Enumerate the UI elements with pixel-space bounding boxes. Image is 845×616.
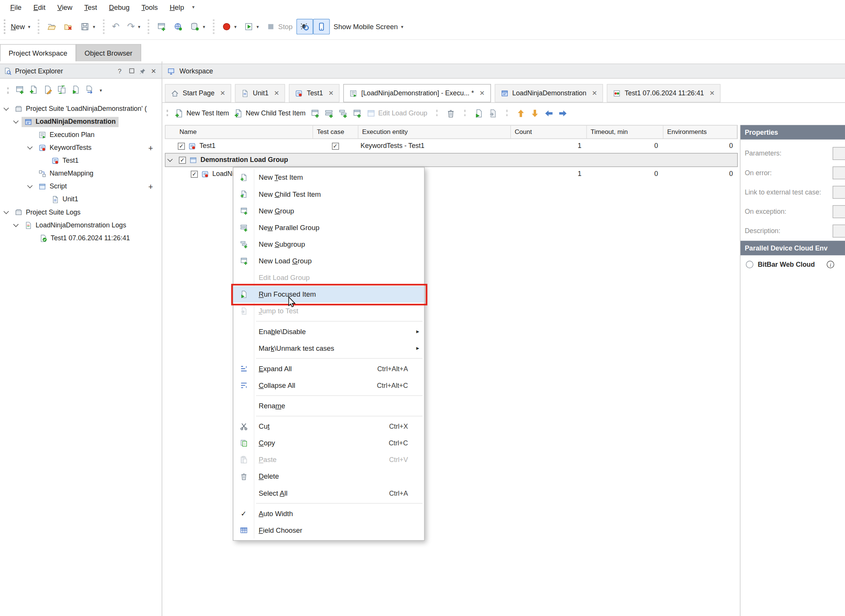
new-subgroup-button[interactable]	[338, 109, 348, 118]
row-checkbox[interactable]: ✓	[178, 143, 185, 150]
menu-item-auto-width[interactable]: ✓ Auto Width	[233, 505, 424, 522]
new-child-test-item-button[interactable]: New Child Test Item	[234, 109, 306, 118]
menu-item-edit-load-group[interactable]: Edit Load Group	[233, 269, 424, 286]
description-control[interactable]	[833, 225, 845, 238]
menu-item-select-all[interactable]: Select All Ctrl+A	[233, 485, 424, 501]
tree-item-test1-log[interactable]: Test1 07.06.2024 11:26:41	[0, 232, 162, 244]
menu-overflow-chevron-icon[interactable]: ▾	[192, 4, 195, 9]
column-header-name[interactable]: Name	[165, 126, 313, 138]
tree-item-project-suite-logs[interactable]: Project Suite Logs	[0, 206, 162, 219]
menu-edit[interactable]: Edit	[28, 2, 51, 13]
menu-item-jump-to-test[interactable]: Jump to Test	[233, 303, 424, 319]
test-case-checkbox[interactable]: ✓	[332, 143, 339, 150]
move-down-button[interactable]	[530, 109, 539, 118]
toolbar-drag-handle[interactable]	[4, 19, 5, 34]
menu-item-rename[interactable]: Rename	[233, 398, 424, 414]
chevron-down-icon[interactable]	[27, 183, 33, 188]
tree-item-namemapping[interactable]: NameMapping	[0, 167, 162, 180]
save-all-button[interactable]: ▾	[77, 19, 99, 34]
menu-item-mark-unmark-test-cases[interactable]: Mark\Unmark test cases ▸	[233, 340, 424, 356]
on-exception-control[interactable]	[833, 205, 845, 218]
chevron-down-icon[interactable]: ▾	[100, 88, 102, 93]
open-project-button[interactable]	[43, 19, 60, 34]
doc-tab-test1[interactable]: Test1 ✕	[289, 84, 340, 102]
record-button[interactable]: ▾	[218, 19, 240, 34]
menu-tools[interactable]: Tools	[136, 2, 164, 13]
link-external-control[interactable]	[833, 186, 845, 199]
float-icon[interactable]	[127, 67, 136, 76]
close-icon[interactable]: ✕	[592, 89, 597, 97]
menu-debug[interactable]: Debug	[103, 2, 136, 13]
menu-item-cut[interactable]: Cut Ctrl+X	[233, 418, 424, 435]
new-load-group-button[interactable]	[352, 109, 362, 118]
export-button[interactable]	[85, 85, 94, 96]
doc-tab-start-page[interactable]: Start Page ✕	[165, 84, 231, 102]
doc-tab-execution-plan[interactable]: [LoadNinjaDemonstration] - Execu... * ✕	[343, 84, 491, 102]
edit-item-button[interactable]	[43, 85, 52, 96]
new-test-item-button[interactable]: New Test Item	[175, 109, 229, 118]
parameters-control[interactable]	[833, 147, 845, 160]
menu-item-field-chooser[interactable]: Field Chooser	[233, 522, 424, 538]
close-icon[interactable]: ✕	[274, 89, 279, 97]
menu-item-new-test-item[interactable]: New Test Item	[233, 169, 424, 186]
menu-item-new-group[interactable]: New Group	[233, 202, 424, 219]
column-header-execution-entity[interactable]: Execution entity	[359, 126, 511, 138]
add-keyword-test-button[interactable]: +	[148, 143, 153, 151]
show-mobile-screen-button[interactable]: Show Mobile Screen ▾	[330, 19, 407, 34]
bitbar-web-cloud-option[interactable]: BitBar Web Cloud i	[741, 255, 845, 268]
run-focused-item-button[interactable]	[474, 109, 483, 118]
menu-item-new-load-group[interactable]: New Load Group	[233, 253, 424, 269]
doc-tab-unit1[interactable]: Unit1 ✕	[235, 84, 285, 102]
move-right-button[interactable]	[558, 109, 567, 118]
close-icon[interactable]: ✕	[149, 67, 158, 76]
on-error-control[interactable]	[833, 166, 845, 179]
close-icon[interactable]: ✕	[709, 89, 715, 97]
doc-tab-test1-log[interactable]: Test1 07.06.2024 11:26:41 ✕	[607, 84, 721, 102]
table-row-test1[interactable]: ✓ Test1 ✓ KeywordTests - Test1 1 0 0	[165, 139, 738, 153]
stop-button[interactable]: Stop	[263, 19, 296, 34]
edit-load-group-button[interactable]: Edit Load Group	[366, 109, 427, 118]
new-button[interactable]: New ▾	[7, 19, 34, 34]
mobile-screen-button[interactable]	[313, 19, 330, 34]
tree-item-execution-plan[interactable]: Execution Plan	[0, 128, 162, 141]
chevron-down-icon[interactable]	[13, 118, 19, 124]
menu-item-new-parallel-group[interactable]: New Parallel Group	[233, 219, 424, 236]
debug-mode-button[interactable]	[296, 19, 313, 34]
menu-item-collapse-all[interactable]: Collapse All Ctrl+Alt+C	[233, 377, 424, 394]
menu-item-expand-all[interactable]: Expand All Ctrl+Alt+A	[233, 360, 424, 377]
delete-item-button[interactable]	[446, 109, 455, 118]
tree-item-loadninja-logs[interactable]: LoadNinjaDemonstration Logs	[0, 219, 162, 232]
menu-item-copy[interactable]: Copy Ctrl+C	[233, 435, 424, 451]
tree-item-keywordtests[interactable]: KeywordTests +	[0, 141, 162, 154]
menu-view[interactable]: View	[51, 2, 78, 13]
chevron-down-icon[interactable]	[3, 105, 9, 110]
new-group-button[interactable]	[310, 109, 320, 118]
tab-project-workspace[interactable]: Project Workspace	[0, 44, 76, 62]
menu-help[interactable]: Help	[164, 2, 190, 13]
table-row-demonstration-load-group[interactable]: ✓ Demonstration Load Group	[165, 153, 738, 167]
menu-item-paste[interactable]: Paste Ctrl+V	[233, 451, 424, 468]
close-icon[interactable]: ✕	[220, 89, 225, 97]
tree-item-unit1[interactable]: Unit1	[0, 193, 162, 206]
close-icon[interactable]: ✕	[479, 89, 485, 97]
move-up-button[interactable]	[516, 109, 525, 118]
jump-to-test-button[interactable]	[488, 109, 497, 118]
new-item-button[interactable]	[29, 85, 38, 96]
column-header-timeout[interactable]: Timeout, min	[587, 126, 663, 138]
data-generator-button[interactable]: ▾	[187, 19, 209, 34]
chevron-down-icon[interactable]	[27, 144, 33, 149]
add-script-unit-button[interactable]: +	[148, 182, 153, 190]
menu-item-new-subgroup[interactable]: New Subgroup	[233, 236, 424, 252]
toolbar-drag-handle[interactable]	[167, 110, 168, 116]
close-icon[interactable]: ✕	[328, 89, 334, 97]
doc-tab-loadninjademonstration[interactable]: LoadNinjaDemonstration ✕	[494, 84, 603, 102]
menu-item-enable-disable[interactable]: Enable\Disable ▸	[233, 323, 424, 340]
info-icon[interactable]: i	[827, 261, 834, 268]
tree-item-script[interactable]: Script +	[0, 180, 162, 193]
chevron-down-icon[interactable]	[13, 222, 19, 227]
run-button[interactable]: ▾	[240, 19, 263, 34]
help-icon[interactable]: ?	[115, 67, 124, 76]
chevron-down-icon[interactable]	[167, 157, 173, 162]
radio-button-icon[interactable]	[746, 261, 753, 268]
menu-file[interactable]: File	[4, 2, 27, 13]
